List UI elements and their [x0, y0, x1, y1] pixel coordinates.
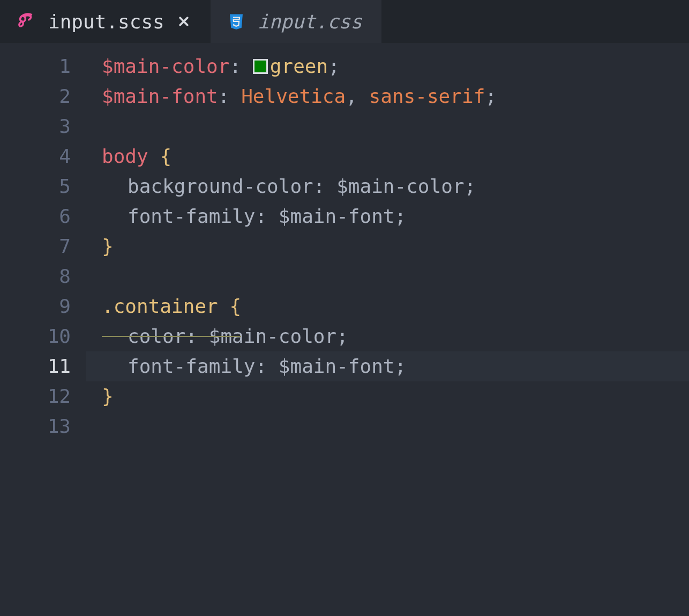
line-number: 13	[0, 411, 71, 441]
css-value: $main-font	[279, 201, 395, 231]
code-line[interactable]: body {	[102, 141, 689, 171]
line-number: 12	[0, 381, 71, 411]
colon: :	[255, 201, 267, 231]
brace-close: }	[102, 381, 114, 411]
line-number: 7	[0, 231, 71, 261]
code-line[interactable]: }	[102, 231, 689, 261]
colon: :	[229, 51, 241, 81]
css-property: font-family	[128, 351, 255, 381]
font-value: sans-serif	[369, 81, 485, 111]
tab-input-scss[interactable]: input.scss	[0, 0, 211, 43]
selector: .container	[102, 291, 218, 321]
line-number: 4	[0, 141, 71, 171]
brace-close: }	[102, 231, 114, 261]
line-number: 2	[0, 81, 71, 111]
close-icon[interactable]	[176, 14, 191, 29]
code-line[interactable]: $main-font: Helvetica, sans-serif;	[102, 81, 689, 111]
css-value: $main-font	[279, 351, 395, 381]
line-number: 10	[0, 321, 71, 351]
tab-label: input.css	[258, 11, 362, 33]
code-line[interactable]	[102, 261, 689, 291]
code-line[interactable]: background-color: $main-color;	[102, 171, 689, 201]
css-property: background-color	[128, 171, 313, 201]
semicolon: ;	[485, 81, 497, 111]
tab-bar: input.scss input.css	[0, 0, 689, 43]
semicolon: ;	[395, 351, 407, 381]
font-value: Helvetica	[241, 81, 346, 111]
code-line[interactable]: color: $main-color;	[102, 321, 689, 351]
line-number-gutter: 1 2 3 4 5 6 7 8 9 10 11 12 13	[0, 43, 86, 441]
line-number: 11	[0, 351, 71, 381]
semicolon: ;	[395, 201, 407, 231]
line-number: 1	[0, 51, 71, 81]
code-area[interactable]: $main-color: green; $main-font: Helvetic…	[86, 43, 689, 441]
colon: :	[218, 81, 230, 111]
code-line[interactable]: $main-color: green;	[102, 51, 689, 81]
color-value: green	[270, 51, 328, 81]
semicolon: ;	[328, 51, 340, 81]
css-value: $main-color	[336, 171, 464, 201]
tab-label: input.scss	[48, 11, 164, 33]
brace-open: {	[229, 291, 241, 321]
colon: :	[313, 171, 325, 201]
code-line-current[interactable]: font-family: $main-font;	[86, 351, 689, 381]
selector: body	[102, 141, 148, 171]
tab-input-css[interactable]: input.css	[211, 0, 381, 43]
code-line[interactable]	[102, 411, 689, 441]
line-number: 9	[0, 291, 71, 321]
line-number: 6	[0, 201, 71, 231]
semicolon: ;	[465, 171, 476, 201]
sass-icon	[16, 11, 36, 32]
semicolon: ;	[336, 321, 348, 351]
line-number: 8	[0, 261, 71, 291]
code-line[interactable]: font-family: $main-font;	[102, 201, 689, 231]
css3-icon	[227, 12, 246, 31]
code-line[interactable]	[102, 111, 689, 141]
line-number: 3	[0, 111, 71, 141]
comma: ,	[346, 81, 357, 111]
colon: :	[255, 351, 267, 381]
code-editor[interactable]: 1 2 3 4 5 6 7 8 9 10 11 12 13 $main-colo…	[0, 43, 689, 441]
code-line[interactable]: .container {	[102, 291, 689, 321]
scss-variable: $main-color	[102, 51, 229, 81]
css-property: font-family	[128, 201, 255, 231]
scss-variable: $main-font	[102, 81, 218, 111]
color-swatch-icon[interactable]	[253, 59, 268, 74]
code-line[interactable]: }	[102, 381, 689, 411]
brace-open: {	[160, 141, 171, 171]
line-number: 5	[0, 171, 71, 201]
